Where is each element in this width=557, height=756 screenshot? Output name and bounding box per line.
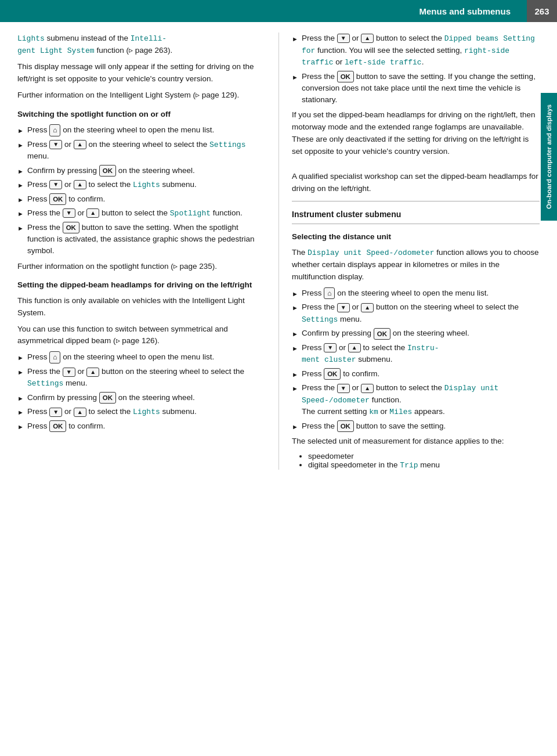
- list-item: ► Press OK to confirm.: [17, 193, 266, 205]
- section2-intro2: You can use this function to switch betw…: [17, 323, 266, 348]
- bullet-arrow-icon: ►: [17, 195, 24, 205]
- list-item: ► Press ⌂ on the steering wheel to open …: [17, 124, 266, 136]
- list-item: ► Press the OK button to save the settin…: [292, 420, 540, 432]
- intro-para: Lights submenu instead of the Intelli-ge…: [17, 33, 266, 57]
- down-btn: ▼: [63, 208, 75, 218]
- bullet-arrow-icon: ►: [17, 181, 24, 190]
- section1-bullets: ► Press ⌂ on the steering wheel to open …: [17, 124, 266, 257]
- list-item: ► Press ▼ or ▲ to select the Lights subm…: [17, 179, 266, 191]
- list-item: ► Press the ▼ or ▲ button to select the …: [292, 33, 540, 69]
- bullet-arrow-icon: ►: [292, 34, 298, 44]
- side-tab-label: On-board computer and displays: [545, 105, 552, 209]
- bullet-arrow-icon: ►: [292, 370, 298, 380]
- bullet-arrow-icon: ►: [17, 368, 24, 377]
- list-item: ► Press OK to confirm.: [292, 368, 540, 380]
- right-column: ► Press the ▼ or ▲ button to select the …: [278, 33, 540, 470]
- up-btn: ▲: [86, 368, 99, 377]
- further-info1: Further information on the spotlight fun…: [17, 261, 266, 272]
- list-item: ► Press ⌂ on the steering wheel to open …: [17, 351, 266, 363]
- lights-mono: Lights: [133, 181, 160, 189]
- bullet-arrow-icon: ►: [17, 141, 24, 150]
- ok-btn: OK: [63, 222, 79, 233]
- section2-bullets: ► Press ⌂ on the steering wheel to open …: [17, 351, 266, 432]
- right-top-bullets: ► Press the ▼ or ▲ button to select the …: [292, 33, 540, 106]
- divider: [292, 201, 540, 201]
- list-item: speedometer: [308, 452, 540, 460]
- list-item: ► Press ▼ or ▲ to select the Instru-ment…: [292, 342, 540, 366]
- section2-title: Setting the dipped-beam headlamps for dr…: [17, 279, 266, 291]
- settings-mono: Settings: [302, 315, 338, 324]
- spotlight-mono: Spotlight: [170, 209, 211, 218]
- section1-title: Switching the spotlight function on or o…: [17, 109, 266, 121]
- list-item: digital speedometer in the Trip menu: [308, 460, 540, 470]
- ok-btn: OK: [99, 165, 116, 177]
- list-item: ► Press ⌂ on the steering wheel to open …: [292, 287, 540, 300]
- section3-para-after: The selected unit of measurement for dis…: [292, 435, 540, 448]
- home-btn: ⌂: [324, 287, 335, 300]
- up-btn: ▲: [361, 384, 374, 393]
- list-item: ► Press ▼ or ▲ to select the Lights subm…: [17, 406, 266, 418]
- bullet-arrow-icon: ►: [17, 224, 24, 233]
- display-unit2-mono: Display unit Speed-/odometer: [302, 384, 499, 405]
- left-side-mono: left-side traffic: [345, 58, 422, 67]
- ok-btn: OK: [324, 368, 341, 380]
- right-para2: A qualified specialist workshop can set …: [292, 171, 540, 195]
- instru-mono: Instru-ment cluster: [302, 344, 439, 365]
- bullet-arrow-icon: ►: [17, 422, 24, 432]
- list-item: ► Press the ▼ or ▲ button to select the …: [17, 207, 266, 219]
- lights-mono: Lights: [133, 408, 160, 416]
- ok-btn: OK: [99, 392, 116, 404]
- up-btn: ▲: [74, 408, 86, 417]
- main-content: Lights submenu instead of the Intelli-ge…: [0, 22, 557, 481]
- distance-list: speedometer digital speedometer in the T…: [292, 452, 540, 470]
- up-btn: ▲: [348, 343, 361, 352]
- bullet-arrow-icon: ►: [17, 209, 24, 219]
- bullet-arrow-icon: ►: [292, 329, 298, 339]
- bullet-arrow-icon: ►: [17, 126, 24, 136]
- up-btn: ▲: [74, 140, 86, 149]
- bullet-arrow-icon: ►: [17, 353, 24, 363]
- section2-intro1: This function is only available on vehic…: [17, 295, 266, 319]
- down-btn: ▼: [63, 368, 75, 377]
- bullet-arrow-icon: ►: [292, 344, 298, 354]
- list-item: ► Press the OK button to save the settin…: [292, 71, 540, 106]
- bullet-arrow-icon: ►: [292, 289, 298, 299]
- settings-mono: Settings: [209, 141, 245, 149]
- bullet-arrow-icon: ►: [17, 408, 24, 417]
- km-mono: km: [369, 408, 378, 416]
- trip-mono: Trip: [400, 461, 418, 470]
- down-btn: ▼: [337, 34, 350, 43]
- bullet-arrow-icon: ►: [292, 303, 298, 313]
- up-btn: ▲: [361, 303, 374, 312]
- bullet-arrow-icon: ►: [292, 73, 298, 82]
- ok-btn: OK: [49, 193, 66, 205]
- list-item: ► Press ▼ or ▲ on the steering wheel to …: [17, 139, 266, 163]
- home-btn: ⌂: [49, 351, 60, 363]
- list-item: ► Press the ▼ or ▲ button on the steerin…: [17, 366, 266, 390]
- home-btn: ⌂: [49, 124, 60, 136]
- side-tab: On-board computer and displays: [541, 93, 557, 221]
- list-item: ► Press the ▼ or ▲ button to select the …: [292, 382, 540, 418]
- settings-mono: Settings: [27, 379, 63, 388]
- page-number: 263: [527, 0, 557, 22]
- list-item: ► Press the ▼ or ▲ button on the steerin…: [292, 301, 540, 325]
- right-para1: If you set the dipped-beam headlamps for…: [292, 109, 540, 158]
- down-btn: ▼: [337, 384, 350, 393]
- lights-mono: Lights: [17, 34, 45, 43]
- intro-para3: Further information on the Intelligent L…: [17, 89, 266, 102]
- bullet-arrow-icon: ►: [17, 394, 24, 404]
- ok-btn: OK: [337, 420, 354, 432]
- bullet-arrow-icon: ►: [17, 167, 24, 177]
- bullet-arrow-icon: ►: [292, 422, 298, 432]
- down-btn: ▼: [49, 140, 62, 149]
- down-btn: ▼: [324, 343, 337, 352]
- header-title: Menus and submenus: [0, 6, 516, 16]
- down-btn: ▼: [49, 408, 62, 417]
- intro-para2: This display message will only appear if…: [17, 61, 266, 85]
- section3-bullets: ► Press ⌂ on the steering wheel to open …: [292, 287, 540, 433]
- list-item: ► Press OK to confirm.: [17, 420, 266, 432]
- section3-sub-title: Selecting the distance unit: [292, 231, 540, 243]
- up-btn: ▲: [86, 208, 99, 218]
- section3-intro: The Display unit Speed-/odometer functio…: [292, 247, 540, 283]
- down-btn: ▼: [49, 180, 62, 189]
